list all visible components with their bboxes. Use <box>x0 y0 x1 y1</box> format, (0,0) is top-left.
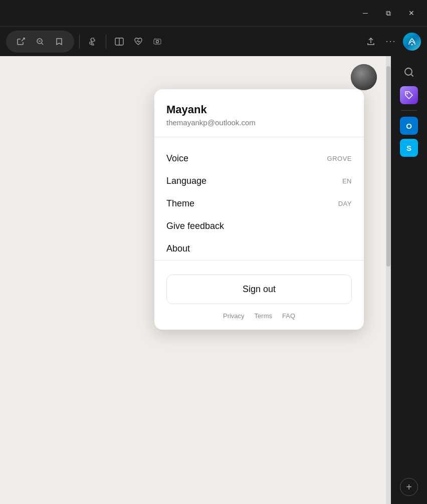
language-value: EN <box>342 177 352 185</box>
sign-out-button[interactable]: Sign out <box>166 275 352 304</box>
menu-feedback-row[interactable]: Give feedback <box>166 215 352 237</box>
theme-value: DAY <box>338 200 352 207</box>
svg-point-4 <box>411 44 413 45</box>
puzzle-button[interactable] <box>85 34 101 50</box>
screenshot-button[interactable] <box>149 34 165 50</box>
terms-link[interactable]: Terms <box>255 312 272 320</box>
user-email: themayankp@outlook.com <box>166 118 352 127</box>
right-sidebar: O S + <box>391 56 427 504</box>
scroll-thumb[interactable] <box>386 66 390 267</box>
svg-point-3 <box>156 40 159 43</box>
titlebar-controls: ─ ⧉ ✕ <box>354 0 423 26</box>
more-button[interactable]: ··· <box>383 34 399 50</box>
voice-value: GROVE <box>327 155 352 162</box>
minimize-button[interactable]: ─ <box>354 0 377 26</box>
language-label: Language <box>166 176 206 186</box>
theme-label: Theme <box>166 198 194 209</box>
user-name: Mayank <box>166 103 352 116</box>
about-label: About <box>166 243 190 254</box>
titlebar: ─ ⧉ ✕ <box>0 0 427 26</box>
toolbar: ··· <box>0 26 427 56</box>
footer-links: Privacy Terms FAQ <box>166 312 352 320</box>
copilot-button[interactable] <box>403 33 421 51</box>
sidebar-item-outlook[interactable]: O <box>400 117 418 135</box>
menu-language-row[interactable]: Language EN <box>166 170 352 192</box>
feedback-label: Give feedback <box>166 221 224 231</box>
card-divider-bottom <box>154 260 364 261</box>
menu-theme-row[interactable]: Theme DAY <box>166 192 352 215</box>
sidebar-item-search[interactable] <box>399 62 419 82</box>
avatar-button[interactable] <box>351 64 377 90</box>
toolbar-separator-2 <box>106 35 106 49</box>
menu-voice-row[interactable]: Voice GROVE <box>166 147 352 170</box>
sidebar-add-button[interactable]: + <box>400 478 418 496</box>
profile-dropdown: Mayank themayankp@outlook.com Voice GROV… <box>154 89 364 330</box>
close-button[interactable]: ✕ <box>400 0 423 26</box>
split-button[interactable] <box>111 34 127 50</box>
avatar-image <box>351 64 377 90</box>
sidebar-divider <box>401 110 417 111</box>
share-button[interactable] <box>363 34 379 50</box>
toolbar-nav-group <box>6 31 74 53</box>
svg-rect-2 <box>154 39 161 44</box>
toolbar-separator-1 <box>79 35 80 49</box>
scrollbar[interactable] <box>386 56 391 504</box>
bookmark-button[interactable] <box>51 34 67 50</box>
svg-point-6 <box>406 93 408 94</box>
sidebar-item-tag[interactable] <box>400 86 418 104</box>
menu-about-row[interactable]: About <box>166 237 352 260</box>
svg-point-5 <box>405 68 412 75</box>
privacy-link[interactable]: Privacy <box>223 312 245 320</box>
toolbar-right: ··· <box>363 33 421 51</box>
open-external-button[interactable] <box>13 34 29 50</box>
sidebar-item-skype[interactable]: S <box>400 139 418 157</box>
voice-label: Voice <box>166 153 188 164</box>
restore-button[interactable]: ⧉ <box>377 0 400 26</box>
faq-link[interactable]: FAQ <box>282 312 295 320</box>
zoom-button[interactable] <box>32 34 48 50</box>
card-divider-top <box>154 137 364 137</box>
health-button[interactable] <box>130 34 146 50</box>
